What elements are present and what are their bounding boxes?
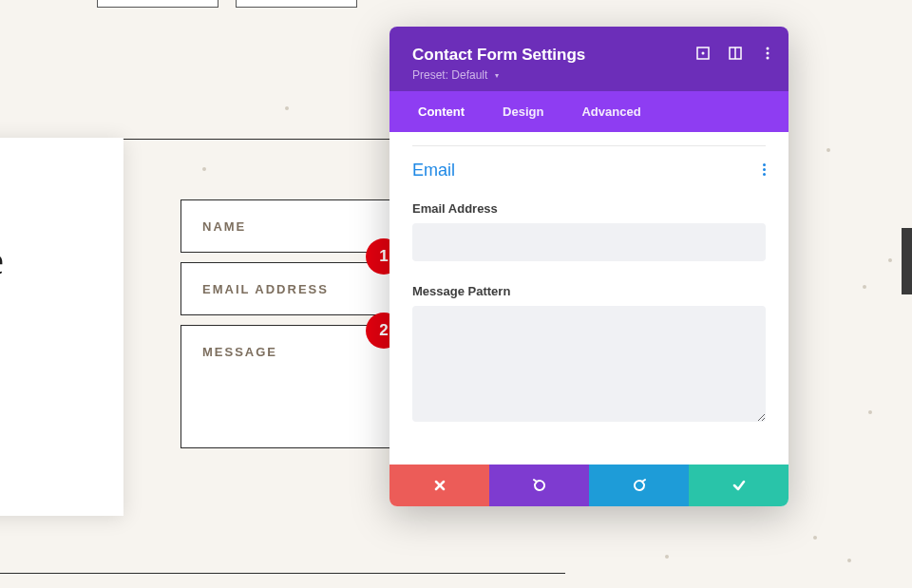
- message-pattern-label: Message Pattern: [412, 284, 766, 298]
- section-header[interactable]: Email: [412, 161, 766, 180]
- modal-tabs: Content Design Advanced: [390, 91, 788, 132]
- preset-label: Preset: Default: [412, 68, 487, 82]
- page-card: age itasse nec. ic leo.: [0, 138, 124, 516]
- svg-point-9: [763, 173, 766, 176]
- decor-dot: [826, 148, 830, 152]
- section-title-email: Email: [412, 161, 455, 180]
- preset-selector[interactable]: Preset: Default ▾: [412, 68, 770, 82]
- truncated-button-1: [97, 0, 218, 8]
- redo-button[interactable]: [589, 465, 689, 506]
- decor-dot: [863, 285, 866, 289]
- svg-point-5: [767, 52, 770, 55]
- decor-dot: [868, 410, 872, 414]
- message-pattern-textarea[interactable]: [412, 306, 766, 422]
- modal-footer: [390, 465, 788, 506]
- page-heading-fragment: age: [0, 237, 93, 285]
- responsive-icon[interactable]: [728, 46, 743, 61]
- expand-icon[interactable]: [695, 46, 711, 61]
- decor-dot: [285, 106, 289, 110]
- tab-advanced[interactable]: Advanced: [562, 91, 659, 132]
- modal-body: Email Email Address Message Pattern: [390, 132, 788, 465]
- modal-header-actions: [695, 46, 775, 61]
- section-options-icon[interactable]: [763, 163, 766, 179]
- kebab-menu-icon[interactable]: [760, 46, 775, 61]
- decor-dot: [847, 559, 851, 562]
- tab-content[interactable]: Content: [399, 91, 484, 132]
- svg-point-7: [763, 163, 766, 166]
- email-address-input[interactable]: [412, 223, 766, 261]
- modal-header[interactable]: Contact Form Settings Preset: Default ▾: [390, 27, 788, 91]
- settings-modal: Contact Form Settings Preset: Default ▾ …: [390, 27, 788, 506]
- decor-dot: [888, 258, 892, 262]
- save-button[interactable]: [689, 465, 788, 506]
- svg-point-1: [702, 52, 705, 55]
- decor-dot: [202, 167, 206, 171]
- chevron-down-icon: ▾: [495, 71, 499, 80]
- svg-point-6: [767, 57, 770, 60]
- tab-design[interactable]: Design: [484, 91, 562, 132]
- page-body-fragment: itasse nec. ic leo.: [0, 408, 93, 450]
- cancel-button[interactable]: [390, 465, 489, 506]
- svg-point-4: [767, 47, 770, 50]
- decor-dot: [665, 555, 669, 559]
- email-address-label: Email Address: [412, 201, 766, 216]
- undo-button[interactable]: [489, 465, 589, 506]
- svg-point-8: [763, 168, 766, 171]
- scrollbar-thumb[interactable]: [902, 228, 912, 294]
- truncated-button-2: [236, 0, 357, 8]
- decor-dot: [813, 536, 817, 540]
